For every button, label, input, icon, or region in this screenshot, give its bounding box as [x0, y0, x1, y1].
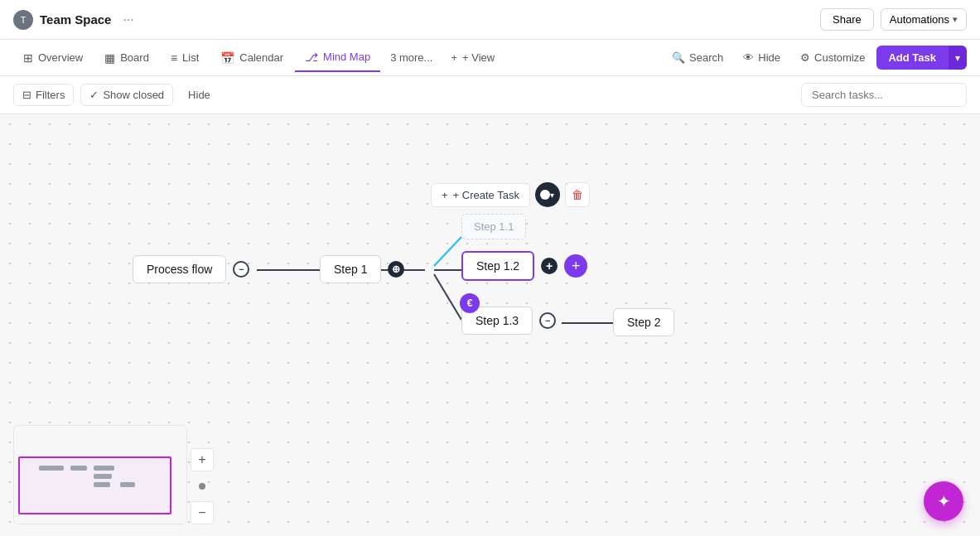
chevron-down-icon: ▾	[953, 14, 958, 25]
mini-node-1	[39, 466, 64, 471]
node-process-flow[interactable]: Process flow −	[133, 255, 249, 283]
nav-tabs: ⊞ Overview ▦ Board ≡ List 📅 Calendar ⎇ M…	[0, 40, 980, 76]
list-icon: ≡	[171, 51, 177, 65]
top-bar-left: T Team Space ···	[13, 10, 139, 30]
minimap-inner	[14, 426, 186, 524]
check-circle-icon: ✓	[89, 89, 99, 101]
overview-icon: ⊞	[23, 51, 33, 65]
node-step1[interactable]: Step 1 ⊕	[320, 255, 404, 283]
board-icon: ▦	[104, 51, 115, 65]
process-flow-connector: −	[233, 261, 249, 278]
tab-calendar[interactable]: 📅 Calendar	[210, 45, 293, 71]
show-closed-button[interactable]: ✓ Show closed	[80, 84, 173, 106]
automations-button[interactable]: Automations ▾	[881, 8, 967, 31]
zoom-dot-inner	[199, 483, 205, 490]
mini-node-6	[120, 482, 135, 487]
filters-button[interactable]: ⊟ Filters	[13, 84, 74, 106]
add-task-wrapper: Add Task ▾	[876, 46, 967, 70]
search-button[interactable]: 🔍 Search	[664, 46, 731, 69]
mindmap-icon: ⎇	[305, 51, 318, 64]
process-flow-label: Process flow	[133, 255, 226, 283]
filter-icon: ⊟	[22, 89, 31, 101]
top-bar: T Team Space ··· Share Automations ▾	[0, 0, 980, 40]
zoom-controls: + −	[191, 448, 214, 524]
mini-node-5	[94, 482, 110, 487]
step12-label: Step 1.2	[461, 251, 534, 281]
share-button[interactable]: Share	[820, 8, 874, 31]
minimap	[13, 425, 187, 524]
more-tabs-button[interactable]: 3 more...	[382, 45, 441, 70]
float-toolbar: + + Create Task ▾ 🗑	[431, 182, 590, 207]
step13-connector: −	[539, 312, 556, 329]
nav-right-actions: 🔍 Search 👁 Hide ⚙ Customize Add Task ▾	[664, 46, 967, 70]
toolbar: ⊟ Filters ✓ Show closed Hide	[0, 76, 980, 114]
plus-icon: +	[442, 189, 448, 201]
step2-label: Step 2	[613, 308, 674, 336]
tab-list[interactable]: ≡ List	[161, 45, 209, 71]
workspace-name: Team Space	[40, 12, 111, 27]
zoom-dot	[191, 475, 214, 498]
hide-icon: 👁	[743, 51, 754, 64]
node-step12[interactable]: Step 1.2 + +	[461, 251, 587, 281]
add-task-dropdown-button[interactable]: ▾	[948, 46, 967, 70]
step12-add-button[interactable]: +	[564, 254, 587, 278]
mini-node-3	[94, 466, 114, 471]
tab-mindmap[interactable]: ⎇ Mind Map	[295, 44, 380, 72]
sparkle-icon: ✦	[937, 491, 951, 511]
minimap-nodes	[39, 466, 155, 490]
fab-button[interactable]: ✦	[924, 481, 963, 521]
search-icon: 🔍	[672, 51, 685, 64]
calendar-icon: 📅	[220, 51, 234, 65]
add-view-button[interactable]: + + View	[442, 45, 503, 70]
node-step2[interactable]: Step 2	[613, 308, 674, 336]
zoom-out-button[interactable]: −	[191, 501, 214, 524]
chevron-down-icon: ▾	[550, 191, 554, 200]
hide-toolbar-button[interactable]: Hide	[180, 85, 219, 105]
workspace-avatar: T	[13, 10, 33, 30]
gear-icon: ⚙	[800, 51, 810, 64]
customize-button[interactable]: ⚙ Customize	[792, 46, 873, 69]
svg-line-3	[434, 237, 461, 266]
step11-label: Step 1.1	[461, 214, 526, 239]
node-step13[interactable]: € Step 1.3 −	[461, 307, 556, 335]
mindmap-canvas[interactable]: Process flow − Step 1 ⊕ Step 1.1 + + Cre…	[0, 114, 980, 536]
top-bar-right: Share Automations ▾	[820, 8, 967, 31]
add-task-button[interactable]: Add Task	[876, 46, 948, 70]
tab-board[interactable]: ▦ Board	[94, 45, 159, 71]
node-step11[interactable]: Step 1.1	[461, 214, 526, 239]
circle-icon	[540, 190, 550, 200]
trash-icon: 🗑	[572, 188, 583, 201]
workspace-menu-button[interactable]: ···	[118, 11, 138, 29]
create-task-button[interactable]: + + Create Task	[431, 183, 530, 207]
plus-icon: +	[451, 51, 457, 64]
zoom-in-button[interactable]: +	[191, 448, 214, 471]
step1-label: Step 1	[320, 255, 381, 283]
step1-connector: ⊕	[388, 261, 404, 278]
svg-line-4	[434, 274, 461, 320]
mini-node-2	[70, 466, 87, 471]
step13-avatar: €	[460, 293, 480, 313]
chevron-down-icon: ▾	[955, 52, 960, 64]
hide-button[interactable]: 👁 Hide	[735, 46, 789, 69]
tab-overview[interactable]: ⊞ Overview	[13, 45, 93, 71]
delete-button[interactable]: 🗑	[565, 182, 590, 207]
search-tasks-input[interactable]	[801, 83, 967, 107]
color-picker-button[interactable]: ▾	[535, 182, 560, 207]
step12-connector: +	[541, 258, 558, 274]
mini-node-4	[94, 474, 112, 479]
